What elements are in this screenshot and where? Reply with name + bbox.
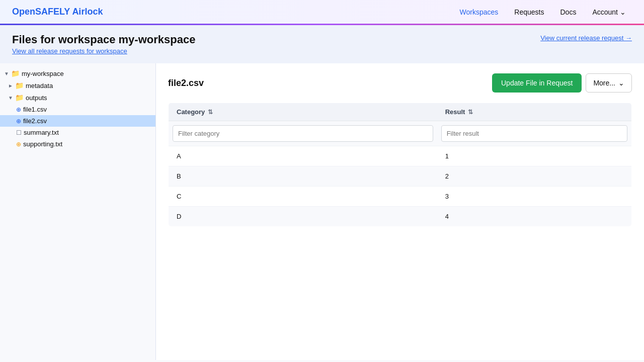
csv-file-icon: ⊕ [16, 106, 21, 113]
tree-item-metadata[interactable]: ► 📁 metadata [0, 79, 155, 92]
chevron-right-icon: ► [8, 83, 13, 88]
tree-item-file1csv[interactable]: ⊕ file1.csv [0, 104, 155, 115]
cell-result: 2 [437, 166, 632, 187]
sort-icon[interactable]: ⇅ [208, 109, 213, 116]
update-file-button[interactable]: Update File in Request [492, 73, 582, 93]
filter-result-input[interactable] [441, 125, 627, 142]
file-name: file2.csv [168, 78, 204, 88]
nav-workspaces[interactable]: Workspaces [454, 5, 505, 19]
tree-label: metadata [26, 82, 53, 89]
file-tree: ▼ 📁 my-workspace ► 📁 metadata ▼ 📁 output… [0, 63, 156, 360]
tree-label: my-workspace [22, 70, 64, 77]
cell-category: A [169, 146, 437, 166]
main-nav: Workspaces Requests Docs Account ⌄ [454, 5, 632, 19]
view-current-release-link[interactable]: View current release request → [540, 34, 632, 42]
folder-icon: 📁 [15, 94, 24, 102]
folder-icon: 📁 [15, 81, 24, 89]
cell-result: 4 [437, 207, 632, 227]
account-menu[interactable]: Account ⌄ [586, 5, 632, 19]
tree-item-file2csv[interactable]: ⊕ file2.csv [0, 115, 155, 127]
col-result-label: Result [445, 108, 465, 116]
tree-label: supporting.txt [23, 140, 62, 148]
filter-row [169, 121, 632, 146]
chevron-down-icon: ▼ [4, 71, 9, 76]
chevron-down-icon: ▼ [8, 95, 13, 101]
file-header: file2.csv Update File in Request More...… [168, 73, 632, 93]
cell-category: B [169, 166, 437, 187]
view-requests-link[interactable]: View all release requests for workspace [12, 47, 127, 55]
page-title: Files for workspace my-workspace [12, 33, 195, 46]
tree-label: file1.csv [23, 106, 47, 113]
csv-file-icon: ⊕ [16, 118, 21, 125]
cell-result: 3 [437, 187, 632, 207]
filter-category-input[interactable] [173, 125, 433, 142]
main-layout: ▼ 📁 my-workspace ► 📁 metadata ▼ 📁 output… [0, 63, 644, 360]
sort-icon[interactable]: ⇅ [468, 109, 473, 116]
txt-file-icon: ☐ [16, 129, 22, 136]
tree-item-supportingtxt[interactable]: ⊕ supporting.txt [0, 138, 155, 150]
cell-category: D [169, 207, 437, 227]
cell-result: 1 [437, 146, 632, 166]
table-row: B 2 [169, 166, 632, 187]
table-row: C 3 [169, 187, 632, 207]
file-content: file2.csv Update File in Request More...… [156, 63, 644, 360]
file-actions: Update File in Request More... ⌄ [492, 73, 632, 93]
folder-icon: 📁 [11, 69, 20, 77]
col-header-result[interactable]: Result ⇅ [437, 103, 632, 121]
chevron-down-icon: ⌄ [618, 79, 624, 87]
cell-category: C [169, 187, 437, 207]
more-button[interactable]: More... ⌄ [586, 73, 632, 93]
tree-item-outputs[interactable]: ▼ 📁 outputs [0, 92, 155, 104]
chevron-down-icon: ⌄ [620, 8, 626, 16]
logo: OpenSAFELY Airlock [12, 7, 103, 17]
top-nav: OpenSAFELY Airlock Workspaces Requests D… [0, 0, 644, 25]
page-header: Files for workspace my-workspace View al… [0, 25, 644, 63]
support-file-icon: ⊕ [16, 141, 21, 148]
nav-docs[interactable]: Docs [554, 5, 583, 19]
tree-label: summary.txt [24, 129, 59, 136]
col-header-category[interactable]: Category ⇅ [169, 103, 437, 121]
page-header-left: Files for workspace my-workspace View al… [12, 33, 195, 55]
logo-accent: Airlock [72, 7, 103, 17]
data-table: Category ⇅ Result ⇅ [168, 103, 632, 227]
account-label: Account [592, 8, 618, 16]
table-row: D 4 [169, 207, 632, 227]
col-category-label: Category [177, 108, 205, 116]
tree-item-my-workspace[interactable]: ▼ 📁 my-workspace [0, 67, 155, 79]
tree-label: file2.csv [23, 117, 47, 125]
filter-category-cell [169, 121, 437, 146]
filter-result-cell [437, 121, 632, 146]
more-label: More... [593, 79, 615, 87]
table-row: A 1 [169, 146, 632, 166]
tree-item-summarytxt[interactable]: ☐ summary.txt [0, 127, 155, 138]
nav-requests[interactable]: Requests [508, 5, 550, 19]
logo-text: OpenSAFELY [12, 7, 70, 17]
page-header-right: View current release request → [540, 33, 632, 42]
tree-label: outputs [26, 94, 47, 102]
